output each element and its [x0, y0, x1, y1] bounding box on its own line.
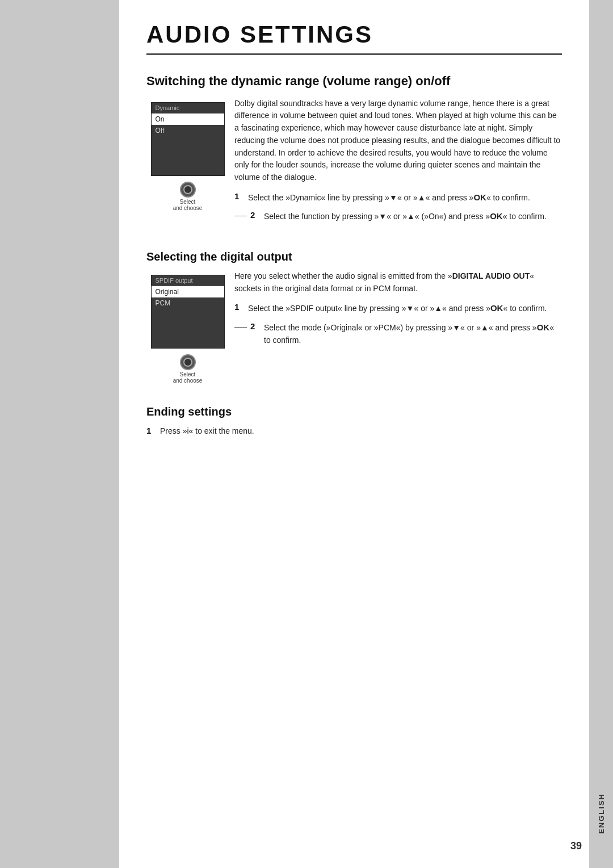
section1-panel-icon-row: Selectand choose [173, 182, 203, 211]
section2-step2: 2 Select the mode (»Original« or »PCM«) … [234, 321, 562, 346]
section1-panel-label: Selectand choose [173, 199, 203, 211]
section1-heading: Switching the dynamic range (volume rang… [146, 73, 562, 90]
section1-step1-text: Select the »Dynamic« line by pressing »▼… [248, 191, 562, 204]
section1-select-icon-inner [183, 185, 192, 194]
section2-block: SPDIF output Original PCM Selectand choo… [146, 270, 562, 384]
section1-panel-item-on: On [152, 114, 224, 125]
section2-panel-icon-row: Selectand choose [173, 354, 203, 384]
section1-step1: 1 Select the »Dynamic« line by pressing … [234, 191, 562, 204]
section3-step1-text: Press »i« to exit the menu. [160, 425, 562, 438]
section2-step1-number: 1 [234, 301, 245, 312]
main-content: AUDIO SETTINGS Switching the dynamic ran… [119, 0, 589, 466]
section1-step2-dash [234, 216, 247, 216]
section2-content: Here you select whether the audio signal… [234, 270, 562, 384]
section1-panel-header: Dynamic [152, 103, 224, 114]
section2-steps: 1 Select the »SPDIF output« line by pres… [234, 301, 562, 346]
section2-select-icon [180, 354, 196, 370]
section1-ui-panel: Dynamic On Off [151, 102, 225, 176]
section2-step1: 1 Select the »SPDIF output« line by pres… [234, 301, 562, 315]
page-title: AUDIO SETTINGS [146, 22, 562, 55]
section3-heading: Ending settings [146, 405, 562, 418]
section2-step2-dash [234, 327, 247, 328]
section1-step2: 2 Select the function by pressing »▼« or… [234, 209, 562, 223]
section1-steps: 1 Select the »Dynamic« line by pressing … [234, 191, 562, 223]
page-number: 39 [570, 840, 582, 852]
section3-step1: 1 Press »i« to exit the menu. [146, 425, 562, 438]
section2-panel-label: Selectand choose [173, 371, 203, 384]
left-sidebar [0, 0, 119, 868]
section3-step1-number: 1 [146, 425, 157, 435]
section3-block: Ending settings 1 Press »i« to exit the … [146, 405, 562, 438]
section1-step1-number: 1 [234, 191, 245, 201]
section2-panel-item-pcm: PCM [152, 297, 224, 309]
english-label: ENGLISH [597, 793, 606, 834]
section2-step2-text: Select the mode (»Original« or »PCM«) by… [264, 321, 562, 346]
section1-step2-text: Select the function by pressing »▼« or »… [264, 209, 562, 223]
section2-select-icon-inner [183, 358, 192, 367]
section1-content: Dolby digital soundtracks have a very la… [234, 98, 562, 229]
section1-select-icon [180, 182, 196, 198]
section2-step1-text: Select the »SPDIF output« line by pressi… [248, 301, 562, 315]
section2-panel-wrapper: SPDIF output Original PCM Selectand choo… [146, 275, 229, 384]
section1-panel-item-off: Off [152, 125, 224, 136]
section2-heading: Selecting the digital output [146, 250, 562, 263]
section2-panel-item-original: Original [152, 286, 224, 297]
right-sidebar: ENGLISH [589, 0, 613, 868]
section3-steps: 1 Press »i« to exit the menu. [146, 425, 562, 438]
section1-step2-number: 2 [250, 209, 261, 220]
section1-panel-wrapper: Dynamic On Off Selectand choose [146, 102, 229, 229]
section1-body: Dolby digital soundtracks have a very la… [234, 98, 562, 184]
section2-ui-panel: SPDIF output Original PCM [151, 275, 225, 349]
section2-panel-header: SPDIF output [152, 275, 224, 286]
section1-block: Dynamic On Off Selectand choose Dolby di… [146, 98, 562, 229]
section2-step2-number: 2 [250, 321, 261, 331]
section2-body: Here you select whether the audio signal… [234, 270, 562, 295]
